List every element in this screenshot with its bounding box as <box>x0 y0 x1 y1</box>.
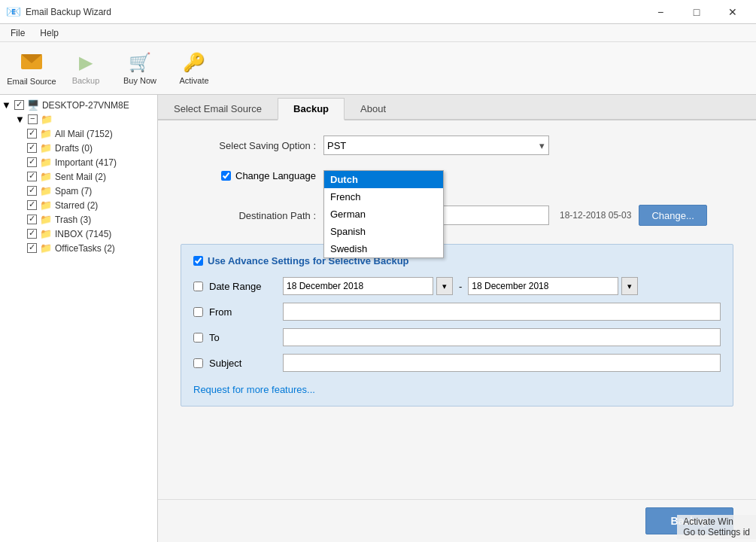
language-checkbox[interactable] <box>221 171 231 181</box>
folder-icon: 📁 <box>40 142 52 154</box>
saving-option-select[interactable]: PST MSG EML MBOX <box>323 136 549 155</box>
from-input[interactable] <box>283 303 721 321</box>
minimize-button[interactable]: − <box>643 0 678 24</box>
maximize-button[interactable]: □ <box>679 0 714 24</box>
from-checkbox[interactable] <box>193 307 203 317</box>
trash-checkbox[interactable] <box>27 215 37 224</box>
menu-file[interactable]: File <box>3 26 32 40</box>
destination-path-label: Destination Path : <box>181 210 316 221</box>
activate-label: Activate <box>179 76 208 85</box>
tree-expand-icon: ▼ <box>2 99 11 111</box>
advanced-checkbox[interactable] <box>193 256 203 266</box>
computer-icon: 🖥️ <box>27 99 39 111</box>
sidebar-item-drafts[interactable]: 📁 Drafts (0) <box>0 141 157 155</box>
lang-option-swedish[interactable]: Swedish <box>324 240 443 257</box>
sidebar-sub-root[interactable]: ▼ 📁 <box>0 112 157 126</box>
language-dropdown-container: Dutch ▼ Dutch French German Spanish Swed… <box>323 170 444 190</box>
important-checkbox[interactable] <box>27 157 37 167</box>
date-range-row: Date Range ▾ - ▾ <box>193 277 721 295</box>
drafts-label: Drafts (0) <box>55 143 93 154</box>
tab-select-email-source[interactable]: Select Email Source <box>158 98 278 119</box>
backup-label: Backup <box>72 76 100 85</box>
root-label: DESKTOP-27VNM8E <box>42 100 129 111</box>
folder-icon: 📁 <box>40 128 52 139</box>
lang-option-dutch[interactable]: Dutch <box>324 171 443 188</box>
date-range-checkbox[interactable] <box>193 282 203 291</box>
advanced-header: Use Advance Settings for Selective Backu… <box>193 255 721 266</box>
date-to-picker[interactable]: ▾ <box>621 277 638 295</box>
sentmail-checkbox[interactable] <box>27 172 37 181</box>
title-bar: 📧 Email Backup Wizard − □ ✕ <box>0 0 756 24</box>
sidebar-root-item[interactable]: ▼ 🖥️ DESKTOP-27VNM8E <box>0 98 157 112</box>
drafts-checkbox[interactable] <box>27 143 37 153</box>
sub-expand-icon: ▼ <box>15 114 25 125</box>
root-checkbox[interactable] <box>14 100 24 110</box>
inbox-checkbox[interactable] <box>27 229 37 239</box>
sidebar-item-sentmail[interactable]: 📁 Sent Mail (2) <box>0 169 157 184</box>
sidebar-item-important[interactable]: 📁 Important (417) <box>0 155 157 169</box>
language-dropdown-list: Dutch French German Spanish Swedish <box>323 170 444 258</box>
menu-help[interactable]: Help <box>32 26 66 40</box>
tab-about[interactable]: About <box>345 98 402 119</box>
buy-now-label: Buy Now <box>123 76 156 85</box>
change-button[interactable]: Change... <box>639 205 706 226</box>
menu-bar: File Help <box>0 24 756 42</box>
email-source-button[interactable]: Email Source <box>6 45 57 92</box>
destination-date: 18-12-2018 05-03 <box>560 210 631 221</box>
sidebar-item-inbox[interactable]: 📁 INBOX (7145) <box>0 227 157 241</box>
language-row: Change Language Dutch ▼ Dutch French Ger… <box>181 170 733 190</box>
app-icon: 📧 <box>6 5 21 19</box>
allmail-checkbox[interactable] <box>27 129 37 139</box>
tab-backup[interactable]: Backup <box>278 98 345 120</box>
lang-option-german[interactable]: German <box>324 206 443 223</box>
saving-option-select-wrapper: PST MSG EML MBOX <box>323 136 549 155</box>
sidebar-item-starred[interactable]: 📁 Starred (2) <box>0 198 157 212</box>
backup-button[interactable]: ▶ Backup <box>60 45 111 92</box>
date-to-input[interactable] <box>468 277 618 295</box>
sidebar-item-spam[interactable]: 📁 Spam (7) <box>0 184 157 198</box>
tab-bar: Select Email Source Backup About <box>158 95 756 120</box>
saving-option-row: Select Saving Option : PST MSG EML MBOX <box>181 136 733 155</box>
window-controls: − □ ✕ <box>643 0 750 24</box>
close-button[interactable]: ✕ <box>715 0 750 24</box>
allmail-label: All Mail (7152) <box>55 129 113 139</box>
date-from-input[interactable] <box>283 277 433 295</box>
content-area: Select Email Source Backup About Select … <box>158 95 756 542</box>
sub-root-checkbox[interactable] <box>28 114 38 124</box>
lang-option-spanish[interactable]: Spanish <box>324 223 443 240</box>
app-title: Email Backup Wizard <box>26 7 111 17</box>
folder-icon: 📁 <box>40 185 52 196</box>
to-input[interactable] <box>283 328 721 346</box>
folder-icon: 📁 <box>40 214 52 225</box>
account-icon: 📁 <box>41 114 53 125</box>
subject-input[interactable] <box>283 354 721 372</box>
lang-option-french[interactable]: French <box>324 188 443 206</box>
subject-label: Subject <box>209 358 277 369</box>
spam-checkbox[interactable] <box>27 186 37 196</box>
to-checkbox[interactable] <box>193 333 203 343</box>
officetasks-checkbox[interactable] <box>27 243 37 253</box>
activate-button[interactable]: 🔑 Activate <box>169 45 220 92</box>
request-features-link[interactable]: Request for more features... <box>193 384 315 395</box>
panel: Select Saving Option : PST MSG EML MBOX … <box>158 120 756 499</box>
windows-watermark: Activate WinGo to Settings id <box>677 515 756 539</box>
important-label: Important (417) <box>55 157 117 168</box>
sidebar: ▼ 🖥️ DESKTOP-27VNM8E ▼ 📁 📁 All Mail (715… <box>0 95 158 542</box>
sub-root-label <box>56 114 58 125</box>
sidebar-item-trash[interactable]: 📁 Trash (3) <box>0 212 157 227</box>
buy-now-icon: 🛒 <box>129 52 151 73</box>
backup-icon: ▶ <box>79 52 93 73</box>
starred-checkbox[interactable] <box>27 200 37 210</box>
to-row: To <box>193 328 721 346</box>
to-label: To <box>209 332 277 343</box>
from-row: From <box>193 303 721 321</box>
sidebar-item-allmail[interactable]: 📁 All Mail (7152) <box>0 126 157 141</box>
buy-now-button[interactable]: 🛒 Buy Now <box>114 45 165 92</box>
bottom-bar: Backup <box>158 499 756 542</box>
folder-icon: 📁 <box>40 199 52 211</box>
date-from-picker[interactable]: ▾ <box>436 277 453 295</box>
sidebar-item-officetasks[interactable]: 📁 OfficeTasks (2) <box>0 241 157 255</box>
spam-label: Spam (7) <box>55 186 92 196</box>
subject-checkbox[interactable] <box>193 358 203 368</box>
inbox-label: INBOX (7145) <box>55 229 111 239</box>
